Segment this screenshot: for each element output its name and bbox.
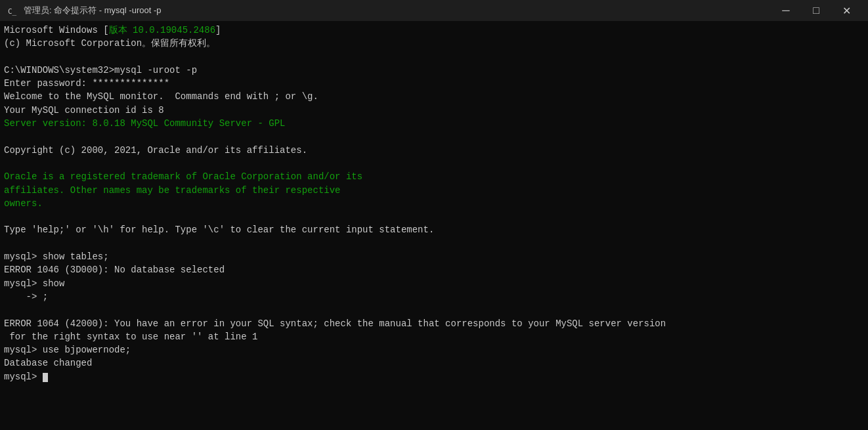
- line-error-1064-cont: for the right syntax to use near '' at l…: [4, 330, 864, 343]
- line-1: Microsoft Windows [版本 10.0.19045.2486]: [4, 24, 864, 37]
- line-welcome: Welcome to the MySQL monitor. Commands e…: [4, 90, 864, 103]
- line-prompt-cmd: C:\WINDOWS\system32>mysql -uroot -p: [4, 64, 864, 77]
- cursor-blink: [43, 373, 48, 382]
- line-blank-6: [4, 303, 864, 316]
- close-button[interactable]: ✕: [831, 0, 861, 21]
- line-db-changed: Database changed: [4, 356, 864, 370]
- line-blank-2: [4, 130, 864, 143]
- line-connid: Your MySQL connection id is 8: [4, 104, 864, 117]
- window-icon: C_: [7, 5, 18, 16]
- title-bar: C_ 管理员: 命令提示符 - mysql -uroot -p ─ □ ✕: [0, 0, 868, 21]
- line-blank-4: [4, 210, 864, 223]
- window-controls: ─ □ ✕: [771, 0, 861, 21]
- line-password: Enter password: **************: [4, 77, 864, 90]
- line-use: mysql> use bjpowernode;: [4, 343, 864, 356]
- line-2: (c) Microsoft Corporation。保留所有权利。: [4, 37, 864, 50]
- terminal-body[interactable]: Microsoft Windows [版本 10.0.19045.2486] (…: [0, 21, 868, 430]
- terminal-window: C_ 管理员: 命令提示符 - mysql -uroot -p ─ □ ✕ Mi…: [0, 0, 868, 430]
- line-error-1046: ERROR 1046 (3D000): No database selected: [4, 263, 864, 276]
- line-oracle-3: owners.: [4, 197, 864, 210]
- window-title: 管理员: 命令提示符 - mysql -uroot -p: [24, 5, 771, 16]
- line-help: Type 'help;' or '\h' for help. Type '\c'…: [4, 223, 864, 236]
- line-blank-1: [4, 51, 864, 64]
- line-blank-5: [4, 237, 864, 250]
- line-final-prompt: mysql>: [4, 370, 864, 383]
- line-error-1064: ERROR 1064 (42000): You have an error in…: [4, 317, 864, 330]
- maximize-button[interactable]: □: [801, 0, 831, 21]
- line-show-tables: mysql> show tables;: [4, 250, 864, 263]
- line-oracle-2: affiliates. Other names may be trademark…: [4, 184, 864, 197]
- svg-text:C_: C_: [8, 7, 17, 16]
- minimize-button[interactable]: ─: [771, 0, 801, 21]
- line-blank-3: [4, 157, 864, 170]
- line-version: Server version: 8.0.18 MySQL Community S…: [4, 117, 864, 130]
- line-oracle-1: Oracle is a registered trademark of Orac…: [4, 170, 864, 183]
- line-show-cont: -> ;: [4, 290, 864, 303]
- line-show: mysql> show: [4, 277, 864, 290]
- line-copyright: Copyright (c) 2000, 2021, Oracle and/or …: [4, 144, 864, 157]
